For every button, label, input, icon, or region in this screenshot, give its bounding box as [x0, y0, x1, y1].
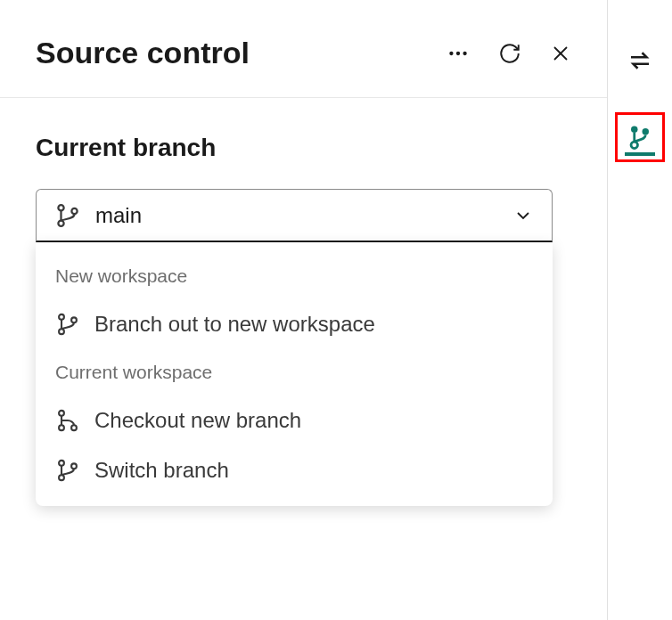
- svg-point-19: [643, 128, 650, 135]
- svg-point-12: [71, 425, 77, 430]
- menu-item-label: Checkout new branch: [94, 408, 301, 433]
- current-branch-label: Current branch: [36, 134, 571, 162]
- svg-point-13: [59, 425, 64, 430]
- svg-point-11: [59, 411, 64, 416]
- menu-item-checkout-new-branch[interactable]: Checkout new branch: [36, 396, 553, 445]
- svg-point-2: [463, 51, 466, 54]
- page-title: Source control: [36, 36, 447, 70]
- checkout-branch-icon: [55, 408, 80, 433]
- svg-point-5: [58, 205, 63, 210]
- menu-item-branch-out[interactable]: Branch out to new workspace: [36, 299, 553, 349]
- svg-point-0: [449, 51, 453, 54]
- svg-point-7: [71, 208, 77, 213]
- branch-dropdown-value: main: [95, 203, 512, 228]
- sync-arrows-icon: [627, 47, 653, 74]
- branch-dropdown[interactable]: main: [36, 189, 553, 242]
- close-button[interactable]: [550, 43, 571, 64]
- svg-point-6: [58, 220, 63, 225]
- svg-point-10: [71, 317, 77, 322]
- more-horizontal-icon: [447, 42, 470, 65]
- svg-point-16: [71, 463, 77, 469]
- svg-point-1: [456, 51, 460, 54]
- branch-icon: [54, 202, 81, 229]
- menu-item-label: Branch out to new workspace: [94, 312, 375, 337]
- panel-content: Current branch main New workspace: [0, 98, 607, 542]
- menu-item-label: Switch branch: [94, 458, 229, 483]
- branch-dropdown-menu: New workspace Branch out to new workspac…: [36, 242, 553, 506]
- panel-header: Source control: [0, 0, 607, 98]
- refresh-icon: [498, 42, 521, 65]
- refresh-button[interactable]: [498, 42, 521, 65]
- svg-point-15: [59, 475, 64, 480]
- menu-group-current-workspace: Current workspace: [36, 349, 553, 396]
- svg-point-14: [59, 461, 64, 466]
- branch-icon: [55, 458, 80, 483]
- chevron-down-icon: [512, 205, 534, 226]
- svg-point-9: [59, 329, 64, 334]
- svg-point-17: [631, 126, 638, 134]
- rail-source-control-button[interactable]: [615, 112, 665, 162]
- rail-sync-button[interactable]: [615, 36, 665, 86]
- menu-group-new-workspace: New workspace: [36, 253, 553, 299]
- source-control-panel: Source control: [0, 0, 608, 620]
- more-options-button[interactable]: [447, 42, 470, 65]
- svg-point-8: [59, 314, 64, 320]
- branch-icon: [55, 312, 80, 337]
- git-branch-icon: [627, 124, 653, 151]
- menu-item-switch-branch[interactable]: Switch branch: [36, 445, 553, 495]
- close-icon: [550, 43, 571, 64]
- right-rail: [608, 0, 672, 620]
- svg-point-18: [631, 142, 638, 149]
- header-actions: [447, 42, 571, 65]
